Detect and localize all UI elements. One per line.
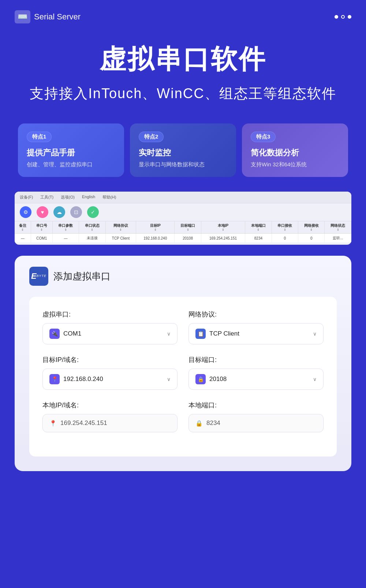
virtual-port-select-inner: 🔌 COM1 <box>49 329 81 339</box>
feature-card-2: 特点2 实时监控 显示串口与网络数据和状态 <box>130 123 236 177</box>
menu-device[interactable]: 设备(F) <box>20 195 33 200</box>
col-target-ip: 目标IP⇕ <box>136 221 175 234</box>
port-number-icon: 🔒 <box>195 374 206 384</box>
table-row[interactable]: — COM1 — 未连接 TCP Client 192.168.0.240 20… <box>15 234 351 243</box>
cell-local-port: 8234 <box>245 234 272 243</box>
local-ip-value: 169.254.245.151 <box>60 419 107 427</box>
feature-desc-1: 创建、管理、监控虚拟串口 <box>27 160 115 168</box>
cell-net-status: 监听... <box>325 234 351 243</box>
target-port-select[interactable]: 🔒 20108 ∨ <box>188 369 324 390</box>
network-protocol-select-inner: 📋 TCP Client <box>195 329 239 339</box>
cell-status: 未连接 <box>79 234 105 243</box>
target-port-select-inner: 🔒 20108 <box>195 374 227 384</box>
cell-port: COM1 <box>31 234 52 243</box>
feature-badge-2: 特点2 <box>139 132 164 142</box>
form-inner: 虚拟串口: 🔌 COM1 ∨ 网络协议: 📋 TCP Cli <box>29 297 337 456</box>
local-port-value: 8234 <box>206 419 220 427</box>
serial-table: 备注⇕ 串口号⇕ 串口参数⇕ 串口状态⇕ 网络协议⇕ 目标IP⇕ 目标端口⇕ 本… <box>15 221 351 243</box>
form-row-3: 本地IP/域名: 📍 169.254.245.151 本地端口: 🔒 8234 <box>42 401 324 432</box>
col-local-port: 本地端口⇕ <box>245 221 272 234</box>
network-protocol-group: 网络协议: 📋 TCP Client ∨ <box>188 310 324 344</box>
cell-serial-rx: 0 <box>272 234 298 243</box>
chevron-down-icon: ∨ <box>167 331 171 337</box>
col-serial-rx: 串口接收⇕ <box>272 221 298 234</box>
dot-3 <box>348 15 351 19</box>
virtual-port-value: COM1 <box>63 330 81 337</box>
feature-badge-3: 特点3 <box>251 132 276 142</box>
dots-indicator <box>335 15 351 19</box>
port-icon-2: 🔒 <box>195 420 203 427</box>
chevron-down-icon-4: ∨ <box>313 376 317 382</box>
mockup-titlebar: 设备(F) 工具(T) 选项(O) English 帮助(H) <box>15 192 351 203</box>
location-icon: 📍 <box>49 374 60 384</box>
target-ip-select[interactable]: 📍 192.168.0.240 ∨ <box>42 369 178 390</box>
virtual-port-group: 虚拟串口: 🔌 COM1 ∨ <box>42 310 178 344</box>
feature-card-3: 特点3 简化数据分析 支持Win 32和64位系统 <box>242 123 348 177</box>
cell-local-ip: 169.254.245.151 <box>201 234 245 243</box>
col-params: 串口参数⇕ <box>52 221 79 234</box>
cell-notes: — <box>15 234 31 243</box>
feature-title-3: 简化数据分析 <box>251 147 339 158</box>
local-port-group: 本地端口: 🔒 8234 <box>188 401 324 432</box>
target-ip-value: 192.168.0.240 <box>63 376 103 383</box>
col-net-rx: 网络接收⇕ <box>298 221 325 234</box>
protocol-icon: 📋 <box>195 329 206 339</box>
col-target-port: 目标端口⇕ <box>175 221 201 234</box>
feature-title-2: 实时监控 <box>139 147 227 158</box>
feature-card-1: 特点1 提供产品手册 创建、管理、监控虚拟串口 <box>18 123 124 177</box>
menu-tools[interactable]: 工具(T) <box>40 195 53 200</box>
local-ip-label: 本地IP/域名: <box>42 401 178 410</box>
menu-options[interactable]: 选项(O) <box>61 195 75 200</box>
col-local-ip: 本地IP⇕ <box>201 221 245 234</box>
mockup-window: 设备(F) 工具(T) 选项(O) English 帮助(H) ⚙ ♥ ☁ ⊡ … <box>15 192 351 245</box>
col-notes: 备注⇕ <box>15 221 31 234</box>
form-row-1: 虚拟串口: 🔌 COM1 ∨ 网络协议: 📋 TCP Cli <box>42 310 324 344</box>
local-port-input[interactable]: 🔒 8234 <box>188 414 324 432</box>
form-card: EBYTE 添加虚拟串口 虚拟串口: 🔌 COM1 ∨ <box>15 256 351 471</box>
toolbar-icon-2[interactable]: ♥ <box>37 206 48 218</box>
menu-help[interactable]: 帮助(H) <box>102 195 116 200</box>
mockup-section: 设备(F) 工具(T) 选项(O) English 帮助(H) ⚙ ♥ ☁ ⊡ … <box>0 188 366 256</box>
form-logo: EBYTE <box>29 267 48 286</box>
local-ip-group: 本地IP/域名: 📍 169.254.245.151 <box>42 401 178 432</box>
virtual-port-select[interactable]: 🔌 COM1 ∨ <box>42 323 178 344</box>
col-protocol: 网络协议⇕ <box>105 221 136 234</box>
cell-target-ip: 192.168.0.240 <box>136 234 175 243</box>
toolbar-icon-1[interactable]: ⚙ <box>20 206 31 218</box>
hero-title: 虚拟串口软件 <box>15 42 351 77</box>
hero-section: 虚拟串口软件 支持接入InTouch、WinCC、组态王等组态软件 <box>0 27 366 110</box>
feature-badge-1: 特点1 <box>27 132 52 142</box>
toolbar-icon-4[interactable]: ⊡ <box>70 206 82 218</box>
keyboard-icon: ⌨️ <box>15 10 30 23</box>
menu-english[interactable]: English <box>82 195 95 200</box>
local-ip-input[interactable]: 📍 169.254.245.151 <box>42 414 178 432</box>
target-ip-select-inner: 📍 192.168.0.240 <box>49 374 103 384</box>
logo-sub: BYTE <box>37 274 47 278</box>
target-ip-group: 目标IP/域名: 📍 192.168.0.240 ∨ <box>42 355 178 390</box>
form-section: EBYTE 添加虚拟串口 虚拟串口: 🔌 COM1 ∨ <box>0 256 366 486</box>
chevron-down-icon-2: ∨ <box>313 331 317 337</box>
app-title: Serial Server <box>34 12 81 22</box>
form-row-2: 目标IP/域名: 📍 192.168.0.240 ∨ 目标端口: 🔒 <box>42 355 324 390</box>
app-title-area: ⌨️ Serial Server <box>15 10 81 23</box>
form-title: 添加虚拟串口 <box>53 270 111 283</box>
network-protocol-select[interactable]: 📋 TCP Client ∨ <box>188 323 324 344</box>
mockup-toolbar: ⚙ ♥ ☁ ⊡ ✓ <box>15 203 351 221</box>
toolbar-icon-3[interactable]: ☁ <box>53 206 65 218</box>
network-protocol-value: TCP Client <box>209 330 239 337</box>
form-header: EBYTE 添加虚拟串口 <box>29 267 337 286</box>
col-status: 串口状态⇕ <box>79 221 105 234</box>
col-port: 串口号⇕ <box>31 221 52 234</box>
features-section: 特点1 提供产品手册 创建、管理、监控虚拟串口 特点2 实时监控 显示串口与网络… <box>0 110 366 188</box>
toolbar-icon-5[interactable]: ✓ <box>87 206 99 218</box>
cell-target-port: 20108 <box>175 234 201 243</box>
feature-title-1: 提供产品手册 <box>27 147 115 158</box>
location-icon-2: 📍 <box>49 420 57 427</box>
chevron-down-icon-3: ∨ <box>167 376 171 382</box>
cell-protocol: TCP Client <box>105 234 136 243</box>
cell-params: — <box>52 234 79 243</box>
feature-desc-2: 显示串口与网络数据和状态 <box>139 160 227 168</box>
target-ip-label: 目标IP/域名: <box>42 355 178 364</box>
target-port-group: 目标端口: 🔒 20108 ∨ <box>188 355 324 390</box>
virtual-port-label: 虚拟串口: <box>42 310 178 319</box>
